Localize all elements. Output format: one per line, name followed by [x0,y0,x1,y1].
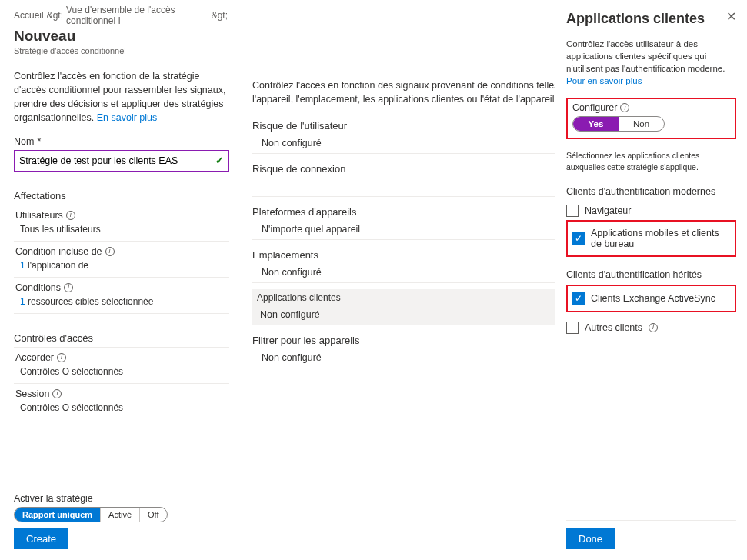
browser-label: Navigateur [585,205,631,216]
other-clients-checkbox-row[interactable]: Autres clients [566,318,736,337]
eas-checkbox[interactable] [572,292,585,305]
info-icon[interactable] [64,283,73,292]
info-icon[interactable] [105,247,115,256]
assignments-header: Affectations [14,185,229,205]
grant-value: Contrôles O sélectionnés [15,363,229,382]
mobile-desktop-checkbox[interactable] [572,232,585,245]
panel-note: Sélectionnez les applications clientes a… [566,150,736,172]
info-icon[interactable] [52,389,62,398]
browser-checkbox[interactable] [566,205,579,217]
eas-highlight: Clients Exchange ActiveSync [566,285,736,312]
mobile-desktop-label: Applications mobiles et clients de burea… [591,228,730,249]
legacy-auth-group: Clients d'authentification hérités [566,269,736,280]
create-button[interactable]: Create [14,528,68,549]
users-row[interactable]: Utilisateurs Tous les utilisateurs [14,205,229,242]
modern-auth-group: Clients d'authentification modernes [566,186,736,197]
grant-row[interactable]: Accorder Contrôles O sélectionnés [14,348,229,384]
other-clients-label: Autres clients [585,322,642,333]
info-icon[interactable] [649,323,658,332]
breadcrumb: Accueil &gt; Vue d'ensemble de l'accès c… [14,5,229,26]
other-clients-checkbox[interactable] [566,322,579,334]
session-row[interactable]: Session Contrôles O sélectionnés [14,384,229,419]
info-icon[interactable] [66,211,75,220]
left-intro: Contrôlez l'accès en fonction de la stra… [14,69,229,125]
toggle-off[interactable]: Off [140,508,166,522]
conditions-row[interactable]: Conditions 1 ressources cibles sélection… [14,278,229,314]
policy-name-input-wrap[interactable]: ✓ [14,150,229,172]
panel-title: Applications clientes [566,11,705,27]
configure-toggle[interactable]: Yes Non [572,116,665,132]
eas-checkbox-row[interactable]: Clients Exchange ActiveSync [572,289,730,308]
toggle-report-only[interactable]: Rapport uniquem [15,508,101,522]
client-apps-panel: Applications clientes ✕ Contrôlez l'accè… [555,0,747,560]
toggle-on[interactable]: Activé [101,508,140,522]
enable-policy-toggle[interactable]: Rapport uniquem Activé Off [14,507,168,522]
breadcrumb-home[interactable]: Accueil [14,10,44,21]
panel-description: Contrôlez l'accès utilisateur à des appl… [566,38,736,87]
session-value: Contrôles O sélectionnés [15,399,229,418]
name-label: Nom* [14,136,229,147]
enable-policy-label: Activer la stratégie [14,493,529,504]
conditions-value: 1 ressources cibles sélectionnée [15,293,229,312]
toggle-yes[interactable]: Yes [573,117,619,131]
browser-checkbox-row[interactable]: Navigateur [566,202,736,220]
users-value: Tous les utilisateurs [15,221,229,239]
policy-name-input[interactable] [19,155,215,166]
info-icon[interactable] [57,353,66,362]
toggle-no[interactable]: Non [619,117,664,131]
page-subtitle: Stratégie d'accès conditionnel [14,46,229,55]
chevron-right-icon: &gt; [210,10,229,21]
configure-label: Configurer [572,102,730,113]
page-title: Nouveau [14,28,229,45]
learn-more-link[interactable]: Pour en savoir plus [566,76,642,85]
done-button[interactable]: Done [566,528,615,549]
valid-check-icon: ✓ [215,155,224,166]
info-icon[interactable] [620,103,629,112]
mobile-desktop-highlight: Applications mobiles et clients de burea… [566,220,736,257]
eas-label: Clients Exchange ActiveSync [591,293,715,304]
footer: Activer la stratégie Rapport uniquem Act… [14,493,529,549]
learn-more-link[interactable]: En savoir plus [97,112,158,123]
close-icon[interactable]: ✕ [726,11,736,23]
configure-highlight: Configurer Yes Non [566,98,736,139]
condition-incl-row[interactable]: Condition incluse de 1 l'application de [14,242,229,278]
condition-incl-value: 1 l'application de [15,257,229,275]
access-controls-header: Contrôles d'accès [14,328,229,348]
mobile-desktop-checkbox-row[interactable]: Applications mobiles et clients de burea… [572,225,730,252]
breadcrumb-overview[interactable]: Vue d'ensemble de l'accès conditionnel I [66,5,208,26]
chevron-right-icon: &gt; [45,10,65,21]
